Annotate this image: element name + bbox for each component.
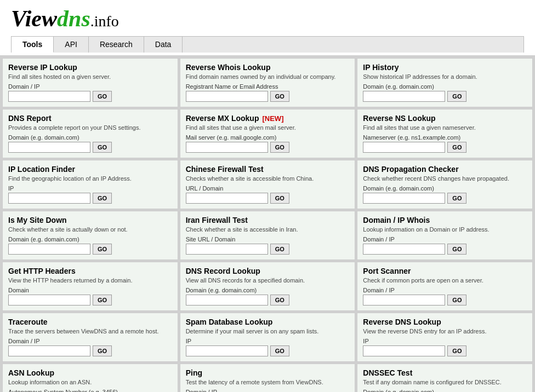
tool-go-btn-is-my-site-down[interactable]: GO [93, 244, 112, 255]
tool-input-section-ip-history: Domain (e.g. domain.com)GO [363, 83, 527, 102]
tool-input-iran-firewall[interactable] [186, 244, 268, 255]
tool-go-btn-chinese-firewall[interactable]: GO [270, 193, 289, 204]
tool-title-ip-history: IP History [363, 63, 399, 72]
tool-card-reverse-dns: Reverse DNS LookupView the reverse DNS e… [357, 313, 533, 362]
tool-go-btn-dns-propagation[interactable]: GO [447, 193, 466, 204]
tool-input-dns-propagation[interactable] [363, 193, 445, 204]
tool-go-btn-ip-location[interactable]: GO [93, 193, 112, 204]
tool-go-btn-port-scanner[interactable]: GO [447, 295, 466, 305]
tool-go-btn-reverse-ns[interactable]: GO [447, 142, 466, 153]
tool-input-label-reverse-ns: Nameserver (e.g. ns1.example.com) [363, 134, 527, 141]
tool-title-iran-firewall: Iran Firewall Test [186, 216, 248, 224]
tool-go-btn-reverse-mx[interactable]: GO [270, 142, 289, 153]
tool-card-dns-report: DNS ReportProvides a complete report on … [2, 109, 178, 158]
tool-go-btn-dns-report[interactable]: GO [93, 142, 112, 153]
header: Viewdns.info ToolsAPIResearchData [0, 0, 535, 56]
nav-tab-api[interactable]: API [54, 37, 89, 53]
nav-tab-data[interactable]: Data [144, 37, 183, 53]
tool-input-section-get-http-headers: DomainGO [8, 287, 172, 305]
tool-input-label-dns-propagation: Domain (e.g. domain.com) [363, 185, 527, 192]
tool-input-traceroute[interactable] [8, 345, 90, 356]
tool-go-btn-reverse-whois[interactable]: GO [270, 91, 289, 102]
tool-input-dns-report[interactable] [8, 142, 90, 153]
tool-input-label-reverse-whois: Registrant Name or Email Address [186, 83, 350, 90]
nav-tab-research[interactable]: Research [89, 37, 144, 53]
tool-card-get-http-headers: Get HTTP HeadersView the HTTP headers re… [2, 262, 178, 311]
nav-tab-tools[interactable]: Tools [12, 37, 54, 53]
tool-title-ping: Ping [186, 368, 202, 377]
tool-desc-domain-ip-whois: Lookup information on a Domain or IP add… [363, 226, 527, 233]
tool-input-ip-location[interactable] [8, 193, 90, 204]
tool-input-ip-history[interactable] [363, 91, 445, 102]
tool-input-section-dns-record-lookup: Domain (e.g. domain.com)GO [186, 287, 350, 305]
tool-input-get-http-headers[interactable] [8, 295, 90, 305]
tool-go-btn-iran-firewall[interactable]: GO [270, 244, 289, 255]
tool-input-row-is-my-site-down: GO [8, 244, 172, 255]
tools-grid: Reverse IP LookupFind all sites hosted o… [2, 58, 533, 392]
tool-title-reverse-mx: Reverse MX Lookup [186, 114, 259, 123]
tool-input-label-port-scanner: Domain / IP [363, 287, 527, 293]
tool-input-section-dns-propagation: Domain (e.g. domain.com)GO [363, 185, 527, 204]
tool-input-row-iran-firewall: GO [186, 244, 350, 255]
tool-desc-dns-report: Provides a complete report on your DNS s… [8, 124, 172, 131]
tool-input-is-my-site-down[interactable] [8, 244, 90, 255]
tool-input-label-ip-history: Domain (e.g. domain.com) [363, 83, 527, 90]
tool-input-domain-ip-whois[interactable] [363, 244, 445, 255]
tool-input-reverse-whois[interactable] [186, 91, 268, 102]
tool-title-port-scanner: Port Scanner [363, 267, 411, 275]
tool-input-label-reverse-mx: Mail server (e.g. mail.google.com) [186, 134, 350, 141]
tool-go-btn-traceroute[interactable]: GO [93, 345, 112, 356]
tool-title-reverse-whois: Reverse Whois Lookup [186, 63, 271, 72]
tool-desc-dns-record-lookup: View all DNS records for a specified dom… [186, 277, 350, 284]
tool-desc-ip-location: Find the geographic location of an IP Ad… [8, 175, 172, 182]
tool-input-reverse-ip[interactable] [8, 91, 90, 102]
tool-title-reverse-dns: Reverse DNS Lookup [363, 318, 441, 326]
tool-go-btn-dns-record-lookup[interactable]: GO [270, 295, 289, 305]
tool-desc-ping: Test the latency of a remote system from… [186, 379, 350, 385]
tool-input-row-dns-record-lookup: GO [186, 295, 350, 305]
tool-input-port-scanner[interactable] [363, 295, 445, 305]
tool-input-row-spam-database: GO [186, 345, 350, 356]
tool-input-row-ip-history: GO [363, 91, 527, 102]
tool-title-dns-record-lookup: DNS Record Lookup [186, 267, 260, 275]
main-content: Reverse IP LookupFind all sites hosted o… [0, 56, 535, 392]
tool-card-dns-record-lookup: DNS Record LookupView all DNS records fo… [180, 262, 356, 311]
tool-input-section-iran-firewall: Site URL / DomainGO [186, 236, 350, 255]
tool-input-row-traceroute: GO [8, 345, 172, 356]
tool-input-section-is-my-site-down: Domain (e.g. domain.com)GO [8, 236, 172, 255]
tool-input-reverse-ns[interactable] [363, 142, 445, 153]
tool-input-dns-record-lookup[interactable] [186, 295, 268, 305]
tool-input-section-reverse-dns: IPGO [363, 338, 527, 356]
tool-input-label-asn-lookup: Autonomous System Number (e.g. 3456) [8, 389, 172, 392]
tool-input-section-ping: Domain / IPGO [186, 389, 350, 392]
tool-input-chinese-firewall[interactable] [186, 193, 268, 204]
nav-tabs: ToolsAPIResearchData [11, 36, 524, 53]
tool-card-traceroute: TracerouteTrace the servers between View… [2, 313, 178, 362]
tool-card-ip-history: IP HistoryShow historical IP addresses f… [357, 58, 533, 107]
tool-input-reverse-dns[interactable] [363, 345, 445, 356]
tool-input-spam-database[interactable] [186, 345, 268, 356]
tool-go-btn-ip-history[interactable]: GO [447, 91, 466, 102]
tool-input-row-dns-report: GO [8, 142, 172, 153]
tool-go-btn-reverse-ip[interactable]: GO [93, 91, 112, 102]
tool-desc-get-http-headers: View the HTTP headers returned by a doma… [8, 277, 172, 284]
tool-input-reverse-mx[interactable] [186, 142, 268, 153]
tool-title-reverse-ip: Reverse IP Lookup [8, 63, 77, 72]
tool-input-section-spam-database: IPGO [186, 338, 350, 356]
tool-desc-reverse-mx: Find all sites that use a given mail ser… [186, 124, 350, 131]
logo-dns: dns [57, 5, 90, 32]
tool-desc-is-my-site-down: Check whether a site is actually down or… [8, 226, 172, 233]
tool-card-reverse-ns: Reverse NS LookupFind all sites that use… [357, 109, 533, 158]
tool-go-btn-reverse-dns[interactable]: GO [447, 345, 466, 356]
tool-input-row-reverse-whois: GO [186, 91, 350, 102]
tool-go-btn-domain-ip-whois[interactable]: GO [447, 244, 466, 255]
tool-go-btn-get-http-headers[interactable]: GO [93, 295, 112, 305]
tool-desc-spam-database: Determine if your mail server is on any … [186, 328, 350, 335]
logo-view: View [11, 5, 57, 32]
tool-card-asn-lookup: ASN LookupLookup information on an ASN.A… [2, 364, 178, 392]
tool-go-btn-spam-database[interactable]: GO [270, 345, 289, 356]
tool-input-section-reverse-whois: Registrant Name or Email AddressGO [186, 83, 350, 102]
tool-input-label-dns-record-lookup: Domain (e.g. domain.com) [186, 287, 350, 293]
tool-title-traceroute: Traceroute [8, 318, 48, 326]
tool-new-badge-reverse-mx: [NEW] [262, 114, 283, 123]
